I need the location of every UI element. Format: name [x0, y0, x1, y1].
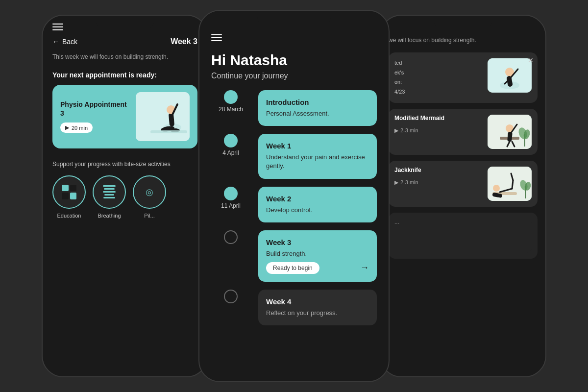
- appointment-info: Physio Appointment 3 ▶ 20 min: [60, 100, 130, 133]
- arrow-right-icon: →: [360, 263, 369, 273]
- popup-line3: on:: [394, 79, 402, 85]
- popup-line2: ek's: [394, 70, 404, 75]
- week3-footer: Ready to begin →: [266, 262, 369, 274]
- timeline-left-intro: 28 March: [211, 90, 250, 113]
- back-button[interactable]: ← Back: [52, 38, 77, 46]
- timeline-left-week3: [211, 230, 250, 246]
- timeline-item-week3[interactable]: Week 3 Build strength. Ready to begin →: [211, 230, 377, 282]
- video-thumb-jackknife: [488, 167, 532, 201]
- app-scene: ← Back Week 3 This week we will focus on…: [0, 0, 588, 392]
- timeline-item-week1[interactable]: 4 April Week 1 Understand your pain and …: [211, 134, 377, 178]
- video-duration-jackknife: ▶ 2-3 min: [394, 179, 418, 186]
- center-hamburger-menu[interactable]: [199, 34, 389, 41]
- timeline-dot-week3: [224, 230, 238, 244]
- timeline-item-week2[interactable]: 11 April Week 2 Develop control.: [211, 187, 377, 222]
- timeline-left-week2: 11 April: [211, 187, 250, 209]
- back-label: Back: [62, 38, 77, 46]
- video-card-extra[interactable]: ...: [389, 213, 538, 259]
- video-thumb-mermaid: [488, 115, 532, 149]
- timeline-dot-week4: [224, 290, 238, 303]
- timeline-left-week1: 4 April: [211, 134, 250, 156]
- activities-section: Support your progress with bite-size act…: [52, 160, 197, 219]
- journey-card-title-week4: Week 4: [266, 297, 369, 306]
- journey-card-intro[interactable]: Introduction Personal Assessment.: [258, 90, 377, 126]
- back-arrow-icon: ←: [52, 38, 59, 46]
- list-item[interactable]: Education: [52, 175, 86, 219]
- activities-description: Support your progress with bite-size act…: [52, 160, 197, 169]
- svg-line-29: [512, 180, 513, 189]
- journey-card-desc-week2: Develop control.: [266, 206, 369, 215]
- right-notch: [434, 16, 492, 29]
- duration-text-mermaid: 2-3 min: [400, 127, 418, 133]
- journey-subtitle: Continue your journey: [211, 72, 377, 80]
- list-item[interactable]: Breathing: [93, 175, 126, 219]
- play-icon-mermaid: ▶: [394, 127, 398, 134]
- video-thumb-extra: [488, 219, 532, 253]
- popup-line4: 4/23: [394, 89, 405, 95]
- video-title-jackknife: Jackknife: [394, 167, 483, 174]
- breathing-icon: [102, 185, 117, 198]
- jackknife-thumb-svg: [488, 167, 532, 201]
- svg-rect-7: [150, 130, 187, 133]
- appointment-card[interactable]: Physio Appointment 3 ▶ 20 min: [52, 85, 197, 148]
- left-phone: ← Back Week 3 This week we will focus on…: [42, 15, 208, 377]
- education-label: Education: [57, 213, 81, 219]
- play-duration-badge[interactable]: ▶ 20 min: [60, 122, 93, 133]
- video-info-extra: ...: [394, 219, 483, 253]
- popup-thumb-svg: [488, 58, 532, 93]
- timeline-dot-week2: [224, 187, 238, 200]
- right-phone: Week 3 we will focus on building strengt…: [380, 15, 546, 377]
- journey-card-title-intro: Introduction: [266, 98, 369, 106]
- journey-card-title-week2: Week 2: [266, 195, 369, 203]
- popup-info-card: ted ek's on: 4/23 ✕: [389, 52, 538, 103]
- timeline-date-week2: 11 April: [221, 202, 241, 209]
- journey-card-week3[interactable]: Week 3 Build strength. Ready to begin →: [258, 230, 377, 282]
- pilates-label: Pil...: [144, 213, 154, 219]
- education-icon: [62, 185, 76, 199]
- journey-card-week4[interactable]: Week 4 Reflect on your progress.: [258, 290, 377, 325]
- video-card-jackknife[interactable]: Jackknife ▶ 2-3 min: [389, 161, 538, 207]
- timeline-date-intro: 28 March: [219, 106, 243, 113]
- pilates-icon: ◎: [146, 187, 153, 197]
- week-desc-right: we will focus on building strength.: [389, 36, 538, 45]
- video-title-extra: ...: [394, 219, 483, 226]
- back-navigation: ← Back Week 3: [52, 37, 197, 46]
- mermaid-thumb-svg: [488, 115, 532, 149]
- appointment-thumbnail: [136, 92, 190, 141]
- video-duration-mermaid: ▶ 2-3 min: [394, 127, 418, 134]
- journey-card-title-week1: Week 1: [266, 142, 369, 150]
- timeline-dot-intro: [224, 90, 238, 104]
- list-item[interactable]: ◎ Pil...: [133, 175, 166, 219]
- journey-card-desc-week1: Understand your pain and exercise gently…: [266, 153, 369, 171]
- week-description-left: This week we will focus on building stre…: [52, 53, 197, 61]
- appointment-title: Physio Appointment 3: [60, 100, 130, 118]
- popup-thumbnail: [488, 58, 532, 93]
- ready-to-begin-badge[interactable]: Ready to begin: [266, 262, 319, 274]
- popup-text: ted ek's on: 4/23: [394, 58, 483, 97]
- popup-line1: ted: [394, 60, 402, 66]
- journey-card-week2[interactable]: Week 2 Develop control.: [258, 187, 377, 222]
- timeline-left-week4: [211, 290, 250, 305]
- appointment-section-title: Your next appointment is ready:: [52, 71, 197, 79]
- journey-card-desc-week4: Reflect on your progress.: [266, 309, 369, 318]
- play-icon-jackknife: ▶: [394, 179, 398, 186]
- timeline-dot-week1: [224, 134, 238, 147]
- svg-rect-0: [136, 92, 190, 141]
- journey-card-desc-intro: Personal Assessment.: [266, 109, 369, 118]
- journey-card-week1[interactable]: Week 1 Understand your pain and exercise…: [258, 134, 377, 178]
- timeline-item-week4[interactable]: Week 4 Reflect on your progress.: [211, 290, 377, 325]
- play-icon: ▶: [65, 124, 69, 131]
- svg-point-26: [493, 185, 500, 192]
- close-popup-button[interactable]: ✕: [528, 56, 534, 64]
- timeline-item-intro[interactable]: 28 March Introduction Personal Assessmen…: [211, 90, 377, 126]
- video-info-jackknife: Jackknife ▶ 2-3 min: [394, 167, 483, 201]
- journey-card-title-week3: Week 3: [266, 238, 369, 246]
- yoga-pose-svg-left: [136, 92, 190, 141]
- center-notch: [257, 11, 331, 25]
- greeting-text: Hi Natasha: [211, 52, 377, 69]
- center-phone: Hi Natasha Continue your journey 28 Marc…: [198, 10, 390, 382]
- video-info-mermaid: Modified Mermaid ▶ 2-3 min: [394, 115, 483, 149]
- video-card-mermaid[interactable]: Modified Mermaid ▶ 2-3 min: [389, 109, 538, 155]
- pilates-activity-circle: ◎: [133, 175, 166, 209]
- activity-items-list: Education Brea: [52, 175, 197, 219]
